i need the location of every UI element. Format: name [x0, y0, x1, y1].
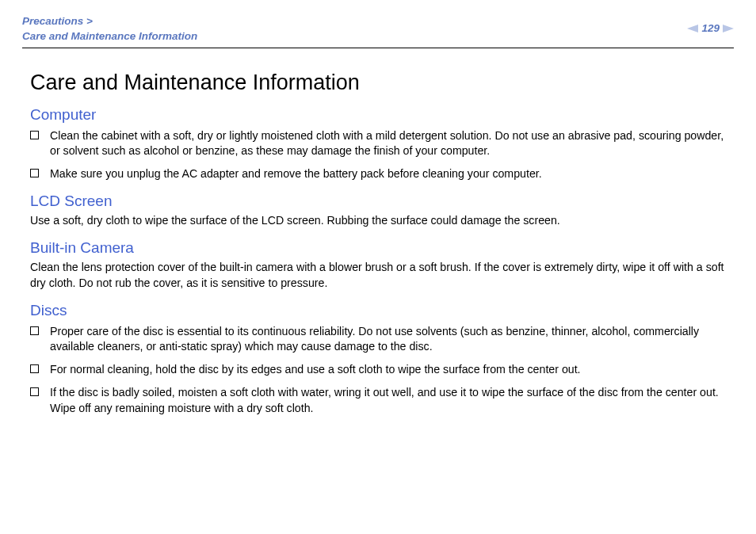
page-number: 129 — [701, 22, 720, 34]
section-paragraph: Clean the lens protection cover of the b… — [30, 260, 726, 290]
section-heading: LCD Screen — [30, 193, 726, 210]
page-title: Care and Maintenance Information — [30, 71, 726, 95]
list-item: Make sure you unplug the AC adapter and … — [30, 166, 726, 181]
section-heading: Built-in Camera — [30, 239, 726, 257]
breadcrumb-current: Care and Maintenance Information — [22, 29, 197, 44]
page-number-nav: 129 — [687, 22, 734, 34]
section-heading: Computer — [30, 106, 726, 124]
section-paragraph: Use a soft, dry cloth to wipe the surfac… — [30, 213, 726, 228]
main-content: Care and Maintenance Information Compute… — [22, 48, 734, 416]
prev-page-icon[interactable] — [687, 25, 698, 32]
list-item-text: If the disc is badly soiled, moisten a s… — [50, 385, 726, 415]
list-item: Clean the cabinet with a soft, dry or li… — [30, 128, 726, 158]
square-bullet-icon — [30, 326, 39, 335]
list-item-text: Proper care of the disc is essential to … — [50, 324, 726, 354]
list-item: If the disc is badly soiled, moisten a s… — [30, 385, 726, 415]
square-bullet-icon — [30, 387, 39, 396]
list-item-text: Make sure you unplug the AC adapter and … — [50, 166, 542, 181]
next-page-icon[interactable] — [723, 25, 734, 32]
list-item: For normal cleaning, hold the disc by it… — [30, 362, 726, 377]
list-item: Proper care of the disc is essential to … — [30, 324, 726, 354]
list-item-text: Clean the cabinet with a soft, dry or li… — [50, 128, 726, 158]
page-header: Precautions > Care and Maintenance Infor… — [22, 14, 734, 48]
square-bullet-icon — [30, 364, 39, 373]
breadcrumb: Precautions > Care and Maintenance Infor… — [22, 14, 197, 44]
bullet-list: Clean the cabinet with a soft, dry or li… — [30, 128, 726, 182]
svg-marker-0 — [687, 25, 698, 32]
svg-marker-1 — [723, 25, 734, 32]
list-item-text: For normal cleaning, hold the disc by it… — [50, 362, 581, 377]
breadcrumb-parent: Precautions > — [22, 14, 197, 29]
square-bullet-icon — [30, 131, 39, 139]
section-heading: Discs — [30, 302, 726, 319]
square-bullet-icon — [30, 169, 39, 177]
bullet-list: Proper care of the disc is essential to … — [30, 324, 726, 416]
